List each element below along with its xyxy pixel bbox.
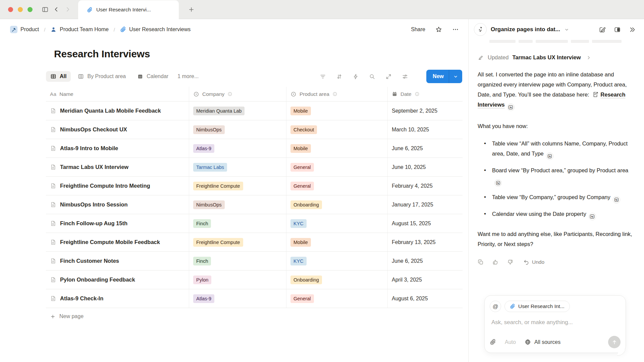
row-date-cell[interactable]: April 3, 2025 bbox=[388, 270, 463, 289]
row-company-cell[interactable]: Freightline Compute bbox=[189, 233, 286, 251]
row-date-cell[interactable]: January 17, 2025 bbox=[388, 195, 463, 214]
sidebar-toggle-icon[interactable] bbox=[39, 4, 51, 15]
row-name-cell[interactable]: Finch Customer Notes bbox=[46, 252, 189, 270]
info-icon[interactable] bbox=[227, 92, 232, 97]
browser-tab[interactable]: User Research Intervi... bbox=[78, 0, 179, 19]
back-button[interactable] bbox=[51, 4, 62, 15]
column-header-company[interactable]: Company bbox=[189, 87, 286, 101]
attach-paperclip-icon[interactable] bbox=[490, 339, 496, 345]
row-name-cell[interactable]: NimbusOps Intro Session bbox=[46, 195, 189, 214]
filter-icon[interactable] bbox=[320, 73, 326, 80]
forward-button[interactable] bbox=[62, 4, 73, 15]
chevron-down-icon[interactable] bbox=[564, 27, 569, 32]
mention-at-button[interactable]: @ bbox=[490, 301, 501, 312]
new-page-button[interactable]: New page bbox=[46, 308, 463, 325]
sort-icon[interactable] bbox=[336, 73, 342, 80]
more-options-icon[interactable] bbox=[452, 26, 459, 33]
row-name-cell[interactable]: Atlas-9 Check-In bbox=[46, 289, 189, 308]
row-name-cell[interactable]: Freightline Compute Mobile Feedback bbox=[46, 233, 189, 251]
row-name-cell[interactable]: NimbusOps Checkout UX bbox=[46, 120, 189, 139]
row-company-cell[interactable]: Pylon bbox=[189, 270, 286, 289]
column-header-name[interactable]: Aa Name bbox=[46, 87, 189, 101]
row-product-area-cell[interactable]: General bbox=[286, 289, 388, 308]
row-date-cell[interactable]: June 10, 2025 bbox=[388, 158, 463, 176]
copy-icon[interactable] bbox=[478, 259, 484, 265]
row-product-area-cell[interactable]: General bbox=[286, 158, 388, 176]
expand-icon[interactable] bbox=[385, 73, 392, 80]
row-name-cell[interactable]: Pylon Onboarding Feedback bbox=[46, 270, 189, 289]
row-name-cell[interactable]: Tarmac Labs UX Interview bbox=[46, 158, 189, 176]
minimize-window-button[interactable] bbox=[18, 7, 23, 12]
row-product-area-cell[interactable]: Mobile bbox=[286, 233, 388, 251]
new-tab-button[interactable] bbox=[185, 4, 197, 15]
row-company-cell[interactable]: Meridian Quanta Lab bbox=[189, 102, 286, 120]
more-views-button[interactable]: 1 more... bbox=[177, 73, 199, 79]
info-icon[interactable] bbox=[415, 92, 420, 97]
row-company-cell[interactable]: Atlas-9 bbox=[189, 139, 286, 158]
row-product-area-cell[interactable]: Mobile bbox=[286, 139, 388, 158]
new-chat-compose-icon[interactable] bbox=[599, 26, 606, 33]
favorite-star-icon[interactable] bbox=[435, 26, 442, 33]
thumbs-down-icon[interactable] bbox=[507, 259, 513, 265]
row-company-cell[interactable]: Finch bbox=[189, 214, 286, 233]
row-company-cell[interactable]: Atlas-9 bbox=[189, 289, 286, 308]
row-date-cell[interactable]: June 6, 2025 bbox=[388, 252, 463, 270]
composer-input[interactable]: Ask, search, or make anything... bbox=[491, 319, 619, 326]
view-tab-calendar[interactable]: Calendar bbox=[133, 71, 173, 82]
all-sources-button[interactable]: All sources bbox=[525, 339, 560, 345]
thumbs-up-icon[interactable] bbox=[492, 259, 498, 265]
row-company-cell[interactable]: Finch bbox=[189, 252, 286, 270]
row-product-area-cell[interactable]: Checkout bbox=[286, 120, 388, 139]
new-button[interactable]: New bbox=[426, 70, 462, 83]
row-product-area-cell[interactable]: Onboarding bbox=[286, 195, 388, 214]
view-settings-icon[interactable] bbox=[402, 73, 408, 80]
row-company-cell[interactable]: Tarmac Labs bbox=[189, 158, 286, 176]
row-company-cell[interactable]: NimbusOps bbox=[189, 120, 286, 139]
row-product-area-cell[interactable]: KYC bbox=[286, 214, 388, 233]
column-header-product-area[interactable]: Product area bbox=[286, 87, 388, 101]
row-product-area-cell[interactable]: General bbox=[286, 177, 388, 195]
auto-mode-label[interactable]: Auto bbox=[505, 339, 516, 345]
new-button-chevron-down-icon[interactable] bbox=[449, 70, 462, 83]
info-icon[interactable] bbox=[332, 92, 337, 97]
row-name-cell[interactable]: Atlas-9 Intro to Mobile bbox=[46, 139, 189, 158]
row-product-area-cell[interactable]: Mobile bbox=[286, 102, 388, 120]
row-date-cell[interactable]: March 10, 2025 bbox=[388, 120, 463, 139]
zoom-window-button[interactable] bbox=[28, 7, 33, 12]
context-page-chip[interactable]: User Research Int... bbox=[504, 301, 570, 312]
row-date-cell[interactable]: February 13, 2025 bbox=[388, 233, 463, 251]
row-date-cell[interactable]: September 2, 2025 bbox=[388, 102, 463, 120]
row-date-cell[interactable]: February 4, 2025 bbox=[388, 177, 463, 195]
view-tab-all[interactable]: All bbox=[46, 71, 71, 82]
breadcrumb-item-product[interactable]: Product bbox=[8, 24, 41, 35]
globe-icon bbox=[525, 339, 531, 345]
undo-button[interactable]: Undo bbox=[523, 259, 544, 265]
row-name-cell[interactable]: Freightline Compute Intro Meeting bbox=[46, 177, 189, 195]
panel-layout-icon[interactable] bbox=[614, 26, 621, 33]
breadcrumb-item-team-home[interactable]: Product Team Home bbox=[48, 25, 111, 34]
collapse-double-chevron-icon[interactable] bbox=[629, 26, 636, 33]
page-topbar: Product / Product Team Home / bbox=[0, 19, 468, 40]
send-button[interactable] bbox=[608, 336, 621, 348]
page-link-icon bbox=[592, 91, 599, 98]
automation-lightning-icon[interactable] bbox=[353, 73, 359, 80]
row-name-cell[interactable]: Meridian Quanta Lab Mobile Feedback bbox=[46, 102, 189, 120]
share-button[interactable]: Share bbox=[411, 26, 425, 33]
updated-page-row[interactable]: Updated Tarmac Labs UX Interview bbox=[478, 54, 634, 61]
row-name-cell[interactable]: Finch Follow-up Aug 15th bbox=[46, 214, 189, 233]
ai-thread-title[interactable]: Organize pages into dat... bbox=[491, 26, 560, 33]
search-icon[interactable] bbox=[369, 73, 375, 80]
column-header-date[interactable]: Date bbox=[388, 87, 463, 101]
row-product-area-cell[interactable]: KYC bbox=[286, 252, 388, 270]
breadcrumb-item-current-page[interactable]: User Research Interviews bbox=[118, 25, 193, 34]
row-date-cell[interactable]: August 6, 2025 bbox=[388, 289, 463, 308]
view-tab-by-product-area[interactable]: By Product area bbox=[73, 71, 130, 82]
row-date-cell[interactable]: August 15, 2025 bbox=[388, 214, 463, 233]
bullet-text: Table view “By Company,” grouped by Comp… bbox=[492, 194, 610, 200]
row-company-cell[interactable]: NimbusOps bbox=[189, 195, 286, 214]
row-date-cell[interactable]: June 6, 2025 bbox=[388, 139, 463, 158]
close-window-button[interactable] bbox=[8, 7, 13, 12]
ai-composer[interactable]: @ User Research Int... Ask, search, or m… bbox=[484, 295, 626, 353]
row-company-cell[interactable]: Freightline Compute bbox=[189, 177, 286, 195]
row-product-area-cell[interactable]: Onboarding bbox=[286, 270, 388, 289]
